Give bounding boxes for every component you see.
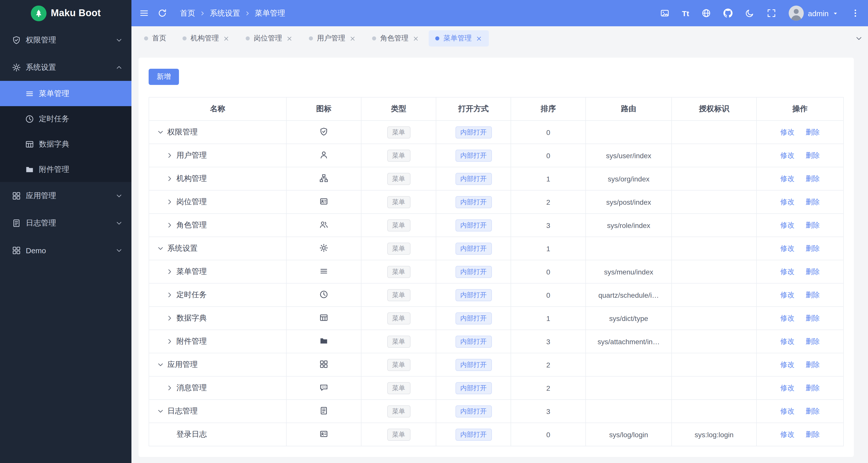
edit-link[interactable]: 修改 [780, 197, 795, 206]
collapse-row-icon[interactable] [157, 129, 164, 135]
edit-link[interactable]: 修改 [780, 267, 795, 275]
fullscreen-icon[interactable] [767, 9, 776, 18]
sidebar-item-demo[interactable]: Demo [0, 237, 131, 264]
delete-link[interactable]: 删除 [806, 267, 820, 275]
tab-dropdown-button[interactable] [852, 32, 865, 45]
tab-post[interactable]: 岗位管理 [239, 30, 299, 47]
perm-value [672, 237, 756, 260]
collapse-row-icon[interactable] [157, 245, 164, 252]
collapse-menu-icon[interactable] [140, 9, 149, 18]
delete-link[interactable]: 删除 [806, 128, 820, 136]
expand-row-icon[interactable] [166, 222, 173, 228]
edit-link[interactable]: 修改 [780, 314, 795, 322]
edit-link[interactable]: 修改 [780, 407, 795, 415]
delete-link[interactable]: 删除 [806, 221, 820, 229]
delete-link[interactable]: 删除 [806, 407, 820, 415]
sidebar-item-label: 应用管理 [26, 191, 56, 200]
edit-link[interactable]: 修改 [780, 128, 795, 136]
table-row: 菜单管理菜单内部打开0sys/menu/index修改删除 [149, 260, 843, 283]
delete-link[interactable]: 删除 [806, 244, 820, 252]
tab-status-dot [246, 36, 250, 40]
tab-menu[interactable]: 菜单管理 [429, 30, 489, 47]
sidebar-item-log[interactable]: 日志管理 [0, 209, 131, 237]
collapse-row-icon[interactable] [157, 361, 164, 368]
more-vertical-icon[interactable] [851, 9, 860, 18]
refresh-icon[interactable] [158, 9, 167, 18]
tab-user[interactable]: 用户管理 [302, 30, 363, 47]
expand-row-icon[interactable] [166, 199, 173, 205]
app-logo[interactable]: Maku Boot [0, 0, 131, 26]
breadcrumb-item[interactable]: 首页 [180, 8, 195, 18]
sidebar-item-menu[interactable]: 菜单管理 [0, 81, 131, 106]
expand-row-icon[interactable] [166, 315, 173, 321]
open-type-tag: 内部打开 [455, 359, 492, 371]
close-icon[interactable] [476, 35, 482, 42]
language-icon[interactable] [702, 9, 711, 18]
shield-icon [319, 127, 328, 136]
delete-link[interactable]: 删除 [806, 197, 820, 206]
edit-link[interactable]: 修改 [780, 151, 795, 159]
user-menu[interactable]: admin [788, 5, 838, 21]
sidebar-item-label: Demo [26, 246, 46, 254]
delete-link[interactable]: 删除 [806, 360, 820, 368]
route-value: sys/role/index [586, 214, 672, 237]
delete-link[interactable]: 删除 [806, 290, 820, 299]
close-icon[interactable] [223, 35, 229, 42]
edit-link[interactable]: 修改 [780, 430, 795, 438]
delete-link[interactable]: 删除 [806, 174, 820, 182]
breadcrumb-item[interactable]: 菜单管理 [255, 8, 285, 18]
type-tag: 菜单 [387, 266, 410, 278]
table-row: 岗位管理菜单内部打开2sys/post/index修改删除 [149, 190, 843, 214]
expand-row-icon[interactable] [166, 152, 173, 159]
add-button[interactable]: 新增 [149, 69, 179, 85]
edit-link[interactable]: 修改 [780, 360, 795, 368]
edit-link[interactable]: 修改 [780, 290, 795, 299]
close-icon[interactable] [412, 35, 419, 42]
collapse-row-icon[interactable] [157, 408, 164, 414]
close-icon[interactable] [286, 35, 293, 42]
expand-row-icon[interactable] [166, 338, 173, 345]
delete-link[interactable]: 删除 [806, 314, 820, 322]
sidebar-item-attachment[interactable]: 附件管理 [0, 157, 131, 182]
close-icon[interactable] [349, 35, 356, 42]
table-row: 登录日志菜单内部打开0sys/log/loginsys:log:login修改删… [149, 423, 843, 446]
delete-link[interactable]: 删除 [806, 151, 820, 159]
column-header: 排序 [511, 97, 586, 121]
sidebar-item-permission[interactable]: 权限管理 [0, 26, 131, 54]
font-size-icon[interactable]: Tt [682, 9, 689, 18]
sidebar-item-system[interactable]: 系统设置 [0, 54, 131, 81]
breadcrumb-item[interactable]: 系统设置 [210, 8, 240, 18]
theme-icon[interactable] [745, 9, 754, 18]
open-type-tag: 内部打开 [455, 312, 492, 324]
sort-value: 3 [511, 330, 586, 353]
tab-status-dot [435, 36, 439, 40]
content-card: 新增 名称图标类型打开方式排序路由授权标识操作 权限管理菜单内部打开0修改删除用… [138, 58, 854, 457]
delete-link[interactable]: 删除 [806, 337, 820, 345]
tab-home[interactable]: 首页 [137, 30, 173, 47]
sidebar-item-application[interactable]: 应用管理 [0, 182, 131, 209]
tab-org[interactable]: 机构管理 [176, 30, 236, 47]
edit-link[interactable]: 修改 [780, 337, 795, 345]
column-header: 操作 [756, 97, 843, 121]
image-icon[interactable] [660, 9, 669, 18]
expand-row-icon[interactable] [166, 292, 173, 298]
delete-link[interactable]: 删除 [806, 430, 820, 438]
edit-link[interactable]: 修改 [780, 244, 795, 252]
type-tag: 菜单 [387, 173, 410, 185]
expand-row-icon[interactable] [166, 175, 173, 182]
edit-link[interactable]: 修改 [780, 174, 795, 182]
sidebar-item-dict[interactable]: 数据字典 [0, 131, 131, 157]
edit-link[interactable]: 修改 [780, 383, 795, 392]
delete-link[interactable]: 删除 [806, 383, 820, 392]
sort-value: 3 [511, 400, 586, 423]
tab-role[interactable]: 角色管理 [366, 30, 426, 47]
menu-name: 机构管理 [177, 174, 207, 183]
route-value: sys/user/index [586, 144, 672, 167]
expand-row-icon[interactable] [166, 385, 173, 391]
expand-row-icon[interactable] [166, 268, 173, 275]
github-icon[interactable] [723, 9, 733, 18]
apps-icon [12, 246, 21, 254]
type-tag: 菜单 [387, 428, 410, 440]
sidebar-item-schedule[interactable]: 定时任务 [0, 106, 131, 131]
edit-link[interactable]: 修改 [780, 221, 795, 229]
